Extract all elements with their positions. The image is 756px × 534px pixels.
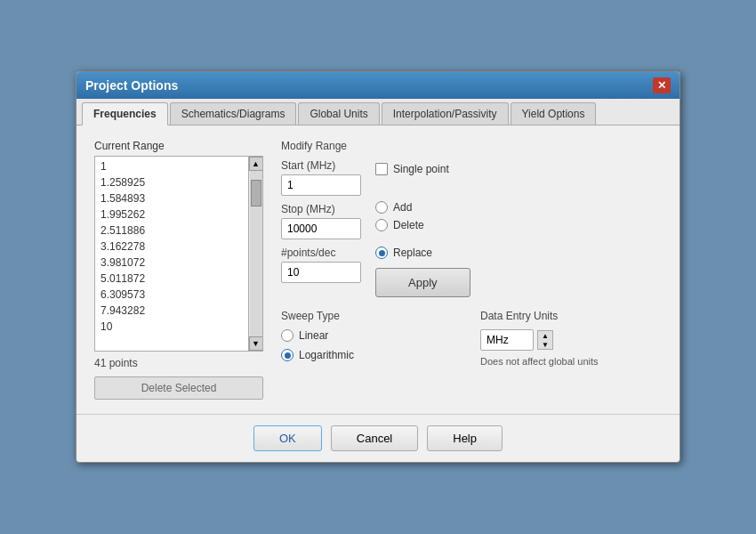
scroll-down-button[interactable]: ▼: [249, 336, 263, 351]
linear-label: Linear: [299, 329, 328, 342]
main-area: Current Range 1 1.258925 1.584893 1.9952…: [94, 140, 662, 400]
data-entry-label: Data Entry Units: [480, 310, 662, 322]
list-item[interactable]: 1: [95, 158, 248, 174]
replace-radio[interactable]: [375, 247, 388, 259]
listbox-container: 1 1.258925 1.584893 1.995262 2.511886 3.…: [94, 156, 263, 352]
list-item[interactable]: 6.309573: [95, 287, 248, 303]
sweep-radios: Linear Logarithmic: [281, 329, 462, 361]
unit-row: ▲ ▼: [480, 329, 662, 351]
single-point-checkbox[interactable]: [375, 163, 388, 175]
add-option: Add: [375, 201, 424, 214]
tab-frequencies[interactable]: Frequencies: [82, 102, 168, 125]
radio-options-group: Single point: [375, 159, 449, 175]
tab-interpolation[interactable]: Interpolation/Passivity: [382, 102, 509, 125]
list-item[interactable]: 1.584893: [95, 190, 248, 206]
list-item[interactable]: 3.981072: [95, 255, 248, 271]
title-bar: Project Options ✕: [76, 72, 680, 99]
list-item[interactable]: 2.511886: [95, 222, 248, 239]
delete-selected-button[interactable]: Delete Selected: [94, 376, 263, 400]
stop-label: Stop (MHz): [281, 203, 361, 215]
list-item[interactable]: 1.258925: [95, 174, 248, 190]
points-dec-label: #points/dec: [281, 247, 361, 259]
points-input[interactable]: [281, 262, 361, 283]
dialog-title: Project Options: [85, 78, 178, 93]
add-delete-group: Add Delete: [375, 201, 424, 231]
points-field-group: #points/dec: [281, 247, 361, 283]
unit-down-button[interactable]: ▼: [538, 340, 552, 349]
close-button[interactable]: ✕: [653, 77, 671, 93]
list-item[interactable]: 7.943282: [95, 303, 248, 319]
delete-radio[interactable]: [375, 219, 388, 231]
replace-label: Replace: [393, 247, 432, 259]
tab-content: Current Range 1 1.258925 1.584893 1.9952…: [76, 125, 680, 414]
tab-bar: Frequencies Schematics/Diagrams Global U…: [76, 99, 680, 125]
start-row: Start (MHz) Single point: [281, 159, 662, 196]
start-input[interactable]: [281, 174, 361, 196]
add-label: Add: [393, 201, 412, 214]
list-item[interactable]: 10: [95, 319, 248, 335]
stop-row: Stop (MHz) Add Delete: [281, 203, 662, 239]
sweep-type-section: Sweep Type Linear Logarithmic: [281, 310, 462, 367]
tab-schematics[interactable]: Schematics/Diagrams: [170, 102, 297, 125]
modify-range-section: Modify Range Start (MHz) Single point: [281, 140, 662, 297]
replace-option: Replace: [375, 247, 470, 259]
frequency-listbox[interactable]: 1 1.258925 1.584893 1.995262 2.511886 3.…: [95, 157, 248, 351]
delete-option: Delete: [375, 219, 424, 231]
stop-field-group: Stop (MHz): [281, 203, 361, 239]
does-not-affect-note: Does not affect global units: [480, 356, 662, 367]
list-item[interactable]: 5.011872: [95, 271, 248, 287]
ok-button[interactable]: OK: [253, 425, 322, 451]
scroll-track: [250, 171, 262, 336]
left-panel: Current Range 1 1.258925 1.584893 1.9952…: [94, 140, 263, 400]
points-row: #points/dec Replace Apply: [281, 247, 662, 297]
sweep-type-label: Sweep Type: [281, 310, 462, 322]
unit-spinner: ▲ ▼: [537, 330, 553, 350]
scroll-thumb[interactable]: [251, 180, 261, 206]
modify-range-label: Modify Range: [281, 140, 662, 152]
list-item[interactable]: 3.162278: [95, 239, 248, 255]
start-label: Start (MHz): [281, 159, 361, 172]
list-item[interactable]: 1.995262: [95, 206, 248, 222]
apply-button[interactable]: Apply: [375, 268, 470, 297]
scrollbar[interactable]: ▲ ▼: [248, 157, 262, 351]
single-point-option: Single point: [375, 163, 449, 175]
unit-up-button[interactable]: ▲: [538, 331, 552, 340]
replace-apply-group: Replace Apply: [375, 247, 470, 297]
linear-radio[interactable]: [281, 329, 294, 342]
logarithmic-label: Logarithmic: [299, 349, 354, 361]
bottom-section: Sweep Type Linear Logarithmic: [281, 310, 662, 367]
project-options-dialog: Project Options ✕ Frequencies Schematics…: [76, 71, 680, 463]
add-radio[interactable]: [375, 201, 388, 214]
tab-yield-options[interactable]: Yield Options: [511, 102, 597, 125]
single-point-label: Single point: [393, 163, 449, 175]
linear-option: Linear: [281, 329, 462, 342]
help-button[interactable]: Help: [427, 425, 503, 451]
unit-input[interactable]: [480, 329, 534, 351]
tab-global-units[interactable]: Global Units: [298, 102, 379, 125]
data-entry-section: Data Entry Units ▲ ▼ Does not affect glo…: [480, 310, 662, 367]
logarithmic-radio[interactable]: [281, 349, 294, 361]
dialog-footer: OK Cancel Help: [76, 414, 680, 462]
start-field-group: Start (MHz): [281, 159, 361, 196]
points-count: 41 points: [94, 357, 263, 369]
stop-input[interactable]: [281, 218, 361, 239]
current-range-label: Current Range: [94, 140, 263, 152]
cancel-button[interactable]: Cancel: [331, 425, 418, 451]
scroll-up-button[interactable]: ▲: [249, 157, 263, 171]
logarithmic-option: Logarithmic: [281, 349, 462, 361]
right-panel: Modify Range Start (MHz) Single point: [281, 140, 662, 400]
delete-label: Delete: [393, 219, 424, 231]
